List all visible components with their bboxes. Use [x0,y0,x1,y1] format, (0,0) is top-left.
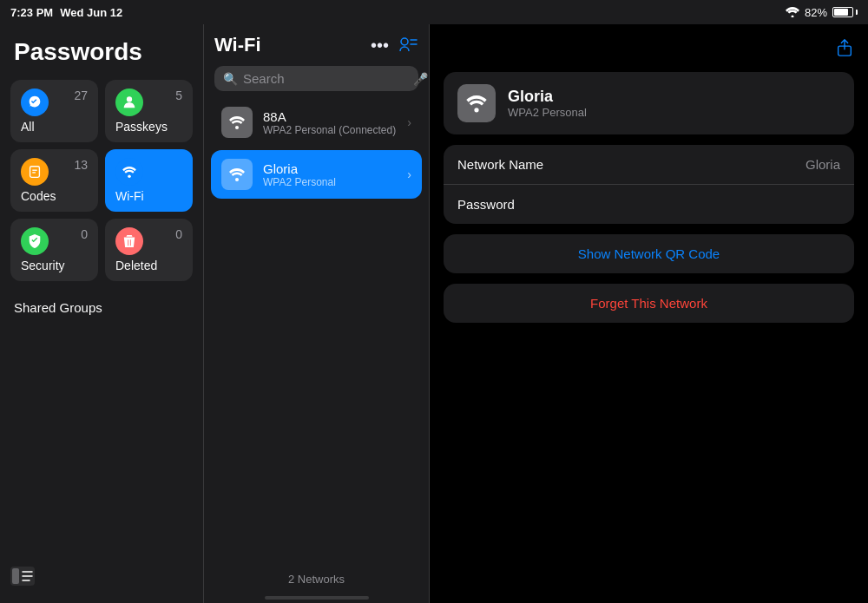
network-sub-88a: WPA2 Personal (Connected) [263,124,397,136]
sidebar-item-all[interactable]: All 27 [10,80,98,142]
wifi-icon-gloria [221,159,253,190]
forget-network-button[interactable]: Forget This Network [444,284,854,323]
deleted-count: 0 [175,227,182,241]
network-info-88a: 88A WPA2 Personal (Connected) [263,109,397,136]
wifi-icon-88a [221,107,253,138]
sidebar-item-security[interactable]: Security 0 [10,219,98,281]
network-item-gloria[interactable]: Gloria WPA2 Personal › [211,150,422,199]
main-layout: Passwords All 27 [0,24,868,603]
codes-count: 13 [74,158,88,172]
microphone-icon[interactable]: 🎤 [413,72,428,86]
security-icon [21,227,49,255]
wifi-status-icon [786,7,799,17]
chevron-88a: › [407,115,411,129]
search-icon: 🔍 [223,72,238,86]
sidebar: Passwords All 27 [0,24,204,603]
forget-network-label: Forget This Network [590,296,707,311]
share-button[interactable] [835,38,854,62]
detail-wifi-icon [457,84,496,122]
status-bar-left: 7:23 PM Wed Jun 12 [10,6,122,19]
all-label: All [21,120,88,134]
detail-wifi-header: Gloria WPA2 Personal [457,84,840,122]
sidebar-item-wifi[interactable]: Wi-Fi [105,149,193,212]
status-time: 7:23 PM [10,6,53,19]
show-qr-label: Show Network QR Code [578,246,720,261]
svg-point-1 [127,96,132,102]
svg-point-0 [791,16,793,18]
chevron-gloria: › [407,167,411,181]
svg-rect-2 [30,167,40,178]
network-name-label: Network Name [457,157,543,172]
status-bar-right: 82% [786,6,858,19]
svg-point-17 [474,108,478,112]
svg-rect-7 [12,568,19,584]
network-sub-gloria: WPA2 Personal [263,176,397,188]
header-icons: ••• [371,35,418,56]
all-count: 27 [74,88,88,102]
status-bar: 7:23 PM Wed Jun 12 82% [0,0,868,24]
middle-header: Wi-Fi ••• [204,24,429,62]
detail-fields-card: Network Name Gloria Password [444,145,854,224]
network-list: 88A WPA2 Personal (Connected) › Gloria W… [204,98,429,566]
codes-label: Codes [21,189,88,203]
network-item-88a[interactable]: 88A WPA2 Personal (Connected) › [211,98,422,147]
middle-panel-title: Wi-Fi [214,34,261,56]
svg-point-5 [128,175,131,179]
passkeys-label: Passkeys [115,120,182,134]
show-qr-button[interactable]: Show Network QR Code [444,234,854,273]
network-info-gloria: Gloria WPA2 Personal [263,161,397,188]
network-name-88a: 88A [263,109,397,124]
codes-icon [21,158,49,186]
network-name-value: Gloria [806,157,840,172]
security-count: 0 [81,227,88,241]
sidebar-grid: All 27 Passkeys 5 [10,80,193,281]
detail-network-subtitle: WPA2 Personal [508,106,587,119]
deleted-icon [115,227,143,255]
detail-network-info: Gloria WPA2 Personal [508,88,587,119]
search-bar: 🔍 🎤 [214,66,418,91]
wifi-sidebar-icon [115,158,143,186]
svg-point-14 [235,126,239,129]
svg-point-11 [401,38,408,45]
sidebar-item-deleted[interactable]: Deleted 0 [105,219,193,281]
battery-icon [832,7,858,17]
detail-field-name: Network Name Gloria [444,145,854,184]
network-count: 2 Networks [204,566,429,593]
battery-percent: 82% [805,6,827,19]
passkeys-count: 5 [175,88,182,102]
svg-point-15 [235,178,239,181]
scroll-indicator [265,596,369,600]
security-label: Security [21,259,88,272]
more-options-icon[interactable]: ••• [371,36,389,56]
detail-network-card: Gloria WPA2 Personal [444,72,854,134]
status-date: Wed Jun 12 [60,6,122,19]
filter-icon[interactable] [398,35,418,56]
detail-network-name: Gloria [508,88,587,106]
shared-groups[interactable]: Shared Groups [10,292,193,324]
sidebar-item-passkeys[interactable]: Passkeys 5 [105,80,193,142]
passkeys-icon [115,88,143,116]
deleted-label: Deleted [115,259,182,272]
sidebar-toggle-icon[interactable] [10,567,35,586]
sidebar-title: Passwords [10,38,193,66]
detail-field-password[interactable]: Password [444,184,854,224]
all-icon [21,88,49,116]
search-input[interactable] [243,71,408,86]
network-name-gloria: Gloria [263,161,397,176]
detail-header-bar [444,38,854,62]
middle-panel: Wi-Fi ••• 🔍 🎤 [204,24,430,603]
password-label: Password [457,197,515,212]
sidebar-item-codes[interactable]: Codes 13 [10,149,98,212]
detail-panel: Gloria WPA2 Personal Network Name Gloria… [430,24,868,603]
wifi-label: Wi-Fi [115,189,182,203]
